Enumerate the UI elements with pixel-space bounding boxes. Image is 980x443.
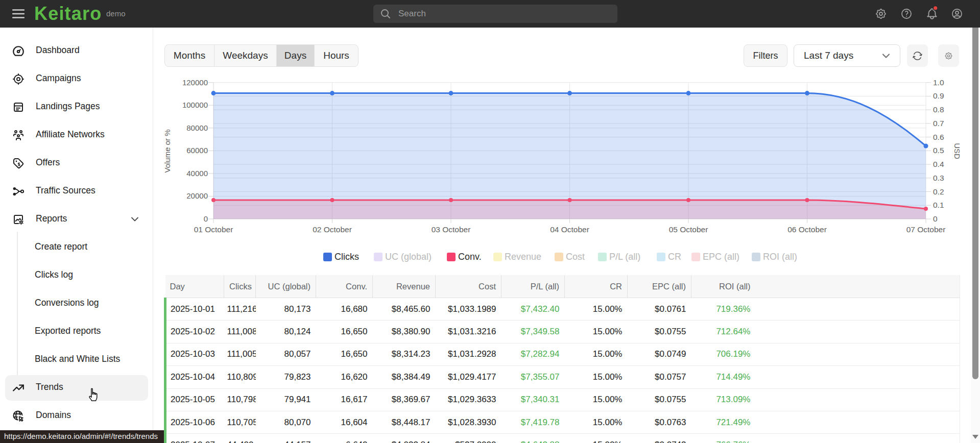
svg-text:0.1: 0.1	[933, 201, 944, 209]
svg-text:0.6: 0.6	[933, 133, 944, 141]
svg-text:0.3: 0.3	[933, 174, 944, 182]
svg-text:Volume or %: Volume or %	[163, 129, 172, 173]
svg-text:05 October: 05 October	[669, 225, 708, 234]
svg-text:04 October: 04 October	[550, 225, 589, 234]
svg-text:120000: 120000	[182, 78, 208, 87]
svg-text:06 October: 06 October	[787, 225, 827, 234]
svg-text:USD: USD	[953, 143, 960, 159]
svg-text:07 October: 07 October	[906, 225, 946, 234]
svg-text:02 October: 02 October	[313, 225, 352, 234]
svg-text:1.0: 1.0	[933, 78, 944, 87]
svg-text:0: 0	[204, 214, 208, 223]
svg-text:0.4: 0.4	[933, 160, 944, 168]
svg-text:03 October: 03 October	[432, 225, 471, 234]
svg-text:0.5: 0.5	[933, 146, 944, 155]
svg-text:01 October: 01 October	[194, 225, 233, 234]
svg-text:0.7: 0.7	[933, 119, 944, 128]
svg-text:60000: 60000	[186, 146, 208, 155]
svg-text:0.8: 0.8	[933, 105, 944, 114]
svg-text:0: 0	[933, 214, 938, 223]
svg-text:0.2: 0.2	[933, 187, 944, 196]
svg-text:100000: 100000	[182, 101, 208, 109]
svg-text:40000: 40000	[186, 169, 208, 178]
svg-text:20000: 20000	[186, 191, 208, 200]
svg-text:0.9: 0.9	[933, 91, 944, 100]
svg-text:80000: 80000	[186, 124, 208, 132]
